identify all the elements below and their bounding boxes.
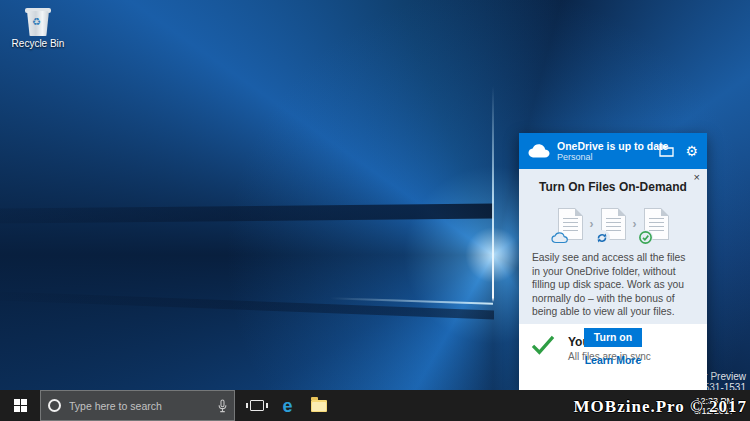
syncing-file-icon: [601, 208, 626, 240]
taskbar-search-input[interactable]: Type here to search: [40, 390, 235, 421]
files-on-demand-promo: × Turn On Files On-Demand ›: [519, 169, 707, 324]
onedrive-account-type: Personal: [557, 152, 659, 163]
microphone-icon[interactable]: [218, 399, 227, 413]
onedrive-cloud-icon: [528, 144, 550, 158]
edge-browser-button[interactable]: e: [272, 390, 303, 421]
cortana-icon: [48, 399, 61, 412]
check-badge-icon: [638, 230, 653, 245]
chevron-right-icon: ›: [633, 217, 637, 231]
promo-description: Easily see and access all the files in y…: [532, 251, 694, 319]
promo-title: Turn On Files On-Demand: [519, 169, 707, 194]
file-explorer-icon: [311, 400, 327, 412]
settings-gear-icon[interactable]: ⚙: [685, 144, 698, 158]
cloud-badge-icon: [551, 231, 568, 244]
onedrive-header: OneDrive is up to date Personal ⚙: [519, 133, 707, 169]
chevron-right-icon: ›: [590, 217, 594, 231]
wallpaper-window-edge: [492, 86, 494, 302]
task-view-icon: [250, 400, 264, 411]
recycle-bin-shortcut[interactable]: ♻ Recycle Bin: [6, 6, 70, 49]
onedrive-status-title: OneDrive is up to date: [557, 140, 659, 152]
onedrive-flyout: OneDrive is up to date Personal ⚙ × Turn…: [519, 133, 707, 390]
files-on-demand-illustration: › ›: [519, 203, 707, 245]
windows-logo-icon: [14, 399, 27, 412]
sync-badge-icon: [595, 230, 610, 245]
open-folder-icon[interactable]: [659, 145, 674, 157]
turn-on-button[interactable]: Turn on: [584, 328, 642, 347]
learn-more-link[interactable]: Learn More: [519, 354, 707, 366]
synced-file-icon: [644, 208, 669, 240]
site-watermark: MOBzine.Pro © 2017: [574, 397, 747, 417]
search-placeholder: Type here to search: [69, 400, 218, 412]
edge-icon: e: [282, 397, 292, 415]
start-button[interactable]: [0, 390, 40, 421]
task-view-button[interactable]: [241, 390, 272, 421]
recycle-bin-label: Recycle Bin: [6, 38, 70, 49]
recycle-bin-icon: ♻: [25, 6, 51, 36]
close-icon[interactable]: ×: [694, 172, 700, 183]
file-explorer-button[interactable]: [303, 390, 334, 421]
online-file-icon: [558, 208, 583, 240]
success-check-icon: [531, 335, 555, 355]
